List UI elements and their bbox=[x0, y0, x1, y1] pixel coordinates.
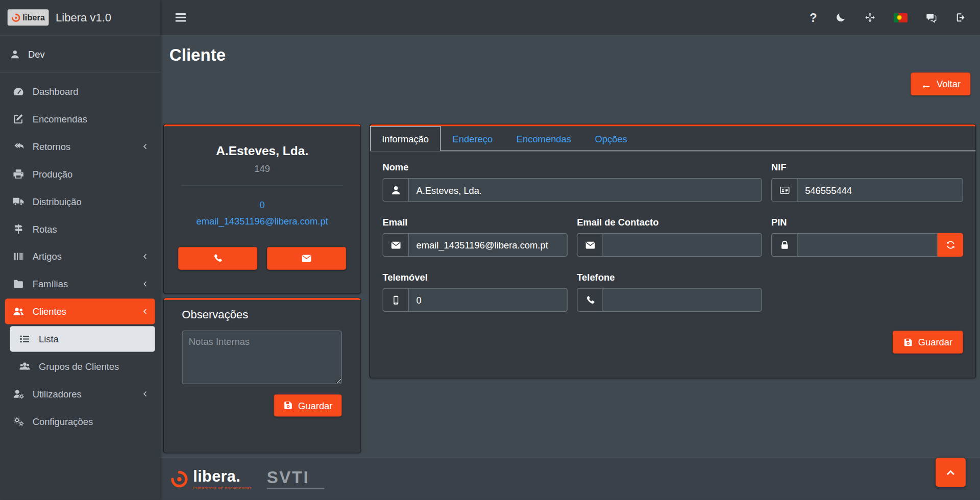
notes-save-row: Guardar bbox=[182, 394, 341, 417]
notes-save-button[interactable]: Guardar bbox=[274, 394, 342, 417]
telefone-input[interactable] bbox=[602, 288, 762, 312]
sidebar-item-label: Distribuição bbox=[33, 196, 82, 207]
sidebar-item-rotas[interactable]: Rotas bbox=[5, 216, 155, 242]
sidebar-item-grupos-de-clientes[interactable]: Grupos de Clientes bbox=[10, 354, 155, 379]
list-icon bbox=[17, 333, 33, 345]
field-nif: NIF bbox=[771, 162, 963, 202]
sidebar-brand[interactable]: libera Libera v1.0 bbox=[0, 0, 160, 36]
content-wrapper: Cliente ← Voltar A.Esteves, Lda. 149 0 e… bbox=[160, 36, 980, 458]
pin-input[interactable] bbox=[797, 233, 938, 257]
map-signs-icon bbox=[11, 223, 27, 235]
telemovel-label: Telemóvel bbox=[382, 272, 567, 283]
orders-count-link[interactable]: 0 bbox=[176, 197, 348, 213]
chat-button[interactable] bbox=[925, 12, 937, 23]
call-button[interactable] bbox=[178, 247, 258, 270]
cogs-icon bbox=[11, 415, 27, 427]
sidebar-item-label: Dashboard bbox=[33, 86, 79, 97]
pin-generate-button[interactable] bbox=[938, 233, 963, 257]
language-flag-button[interactable] bbox=[894, 13, 908, 22]
email-input[interactable] bbox=[408, 233, 568, 257]
phone-icon bbox=[577, 288, 602, 312]
field-telemovel: Telemóvel bbox=[382, 272, 567, 312]
sidebar-item-lista[interactable]: Lista bbox=[10, 326, 155, 352]
field-nome: Nome bbox=[382, 162, 762, 202]
telefone-label: Telefone bbox=[577, 272, 762, 283]
footer-libera-logo: libera. Plataforma de encomendas bbox=[170, 468, 252, 490]
envelope-icon bbox=[577, 233, 602, 257]
client-name: A.Esteves, Lda. bbox=[176, 144, 348, 158]
tab-body: Nome NIF bbox=[370, 151, 976, 372]
form-save-button[interactable]: Guardar bbox=[893, 331, 963, 354]
sidebar-item-dashboard[interactable]: Dashboard bbox=[5, 79, 155, 104]
users-cog-icon bbox=[11, 388, 27, 399]
main-area: ? Cliente ← Voltar bbox=[160, 0, 980, 500]
sidebar-item-clientes[interactable]: Clientes bbox=[5, 298, 155, 324]
nif-label: NIF bbox=[771, 162, 963, 172]
lock-icon bbox=[771, 233, 797, 257]
folder-icon bbox=[11, 278, 27, 290]
navbar-right: ? bbox=[810, 12, 966, 23]
footer-libera-text: libera. bbox=[193, 468, 252, 484]
sidebar-item-producao[interactable]: Produção bbox=[5, 161, 155, 187]
tab-encomendas[interactable]: Encomendas bbox=[504, 126, 583, 151]
tachometer-icon bbox=[11, 86, 27, 97]
email-button[interactable] bbox=[267, 247, 347, 270]
sidebar-item-utilizadores[interactable]: Utilizadores bbox=[5, 381, 155, 407]
cards-row: A.Esteves, Lda. 149 0 email_14351196@lib… bbox=[160, 124, 980, 453]
help-button[interactable]: ? bbox=[810, 12, 817, 23]
sidebar-item-artigos[interactable]: Artigos bbox=[5, 244, 155, 269]
contact-buttons bbox=[176, 247, 348, 270]
sidebar-item-encomendas[interactable]: Encomendas bbox=[5, 106, 155, 132]
divider bbox=[181, 185, 343, 185]
tab-label: Endereço bbox=[453, 134, 493, 144]
chevron-left-icon bbox=[141, 142, 150, 151]
telemovel-input[interactable] bbox=[408, 288, 568, 312]
tab-bar: Informação Endereço Encomendas Opções bbox=[370, 126, 976, 151]
internal-notes-textarea[interactable] bbox=[182, 331, 341, 384]
chevron-left-icon bbox=[141, 253, 150, 261]
save-icon bbox=[903, 337, 913, 347]
sidebar-item-label: Produção bbox=[33, 169, 73, 180]
sidebar-item-label: Encomendas bbox=[33, 114, 87, 124]
envelope-icon bbox=[301, 253, 312, 264]
chevron-up-icon bbox=[944, 466, 957, 478]
back-button[interactable]: ← Voltar bbox=[911, 72, 971, 95]
nif-input[interactable] bbox=[797, 178, 963, 202]
tab-endereco[interactable]: Endereço bbox=[440, 126, 504, 151]
sidebar-item-distribuicao[interactable]: Distribuição bbox=[5, 189, 155, 214]
email-contacto-label: Email de Contacto bbox=[577, 217, 762, 228]
page-title: Cliente bbox=[169, 45, 980, 65]
client-email-link[interactable]: email_14351196@libera.com.pt bbox=[176, 213, 348, 230]
dark-mode-button[interactable] bbox=[835, 12, 846, 23]
tab-informacao[interactable]: Informação bbox=[370, 126, 440, 151]
client-number: 149 bbox=[176, 163, 348, 174]
email-contacto-input[interactable] bbox=[602, 233, 762, 257]
users-icon bbox=[11, 306, 27, 317]
user-icon bbox=[382, 178, 408, 202]
tab-opcoes[interactable]: Opções bbox=[583, 126, 639, 151]
print-icon bbox=[11, 168, 27, 180]
sidebar: libera Libera v1.0 Dev Dashboard Encomen… bbox=[0, 0, 160, 500]
fullscreen-button[interactable] bbox=[864, 12, 875, 23]
sidebar-item-familias[interactable]: Famílias bbox=[5, 271, 155, 296]
comments-icon bbox=[925, 12, 937, 23]
sidebar-nav: Dashboard Encomendas Retornos Produção D… bbox=[0, 72, 160, 500]
scroll-to-top-button[interactable] bbox=[936, 458, 966, 487]
form-save-label: Guardar bbox=[918, 337, 952, 347]
nome-label: Nome bbox=[382, 162, 762, 172]
sidebar-item-retornos[interactable]: Retornos bbox=[5, 134, 155, 159]
back-button-label: Voltar bbox=[937, 79, 961, 89]
sidebar-item-label: Famílias bbox=[33, 279, 68, 289]
menu-toggle-button[interactable] bbox=[175, 12, 186, 22]
sidebar-item-configuracoes[interactable]: Configurações bbox=[5, 409, 155, 434]
libera-swirl-icon bbox=[11, 13, 20, 22]
footer-svti-caption bbox=[267, 488, 325, 489]
arrow-left-icon: ← bbox=[920, 79, 932, 90]
form-save-row: Guardar bbox=[382, 331, 963, 354]
user-panel[interactable]: Dev bbox=[0, 36, 160, 72]
phone-icon bbox=[212, 253, 223, 264]
brand-title: Libera v1.0 bbox=[56, 11, 111, 24]
top-navbar: ? bbox=[160, 0, 980, 36]
logout-button[interactable] bbox=[955, 12, 966, 23]
nome-input[interactable] bbox=[408, 178, 762, 202]
